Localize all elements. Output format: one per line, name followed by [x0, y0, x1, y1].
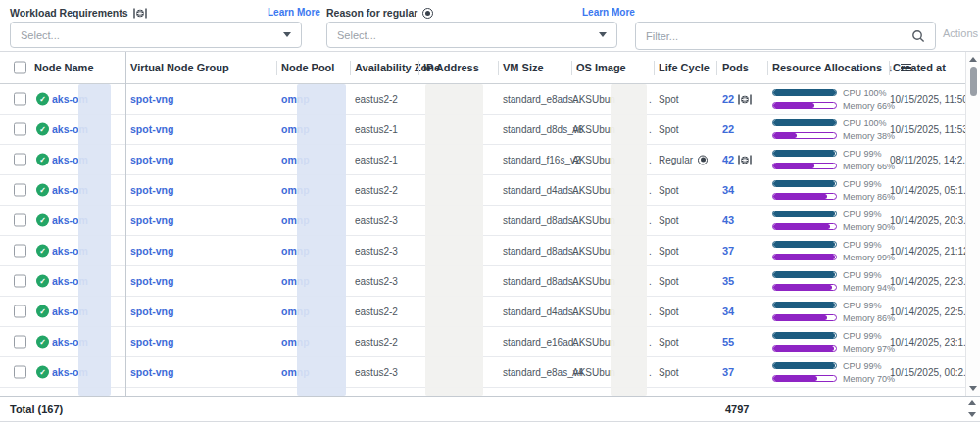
- vertical-scrollbar[interactable]: [965, 52, 980, 396]
- memory-allocation: Memory 99%: [772, 253, 895, 261]
- row-checkbox[interactable]: [14, 154, 26, 166]
- col-ip-address[interactable]: IP Address: [423, 62, 479, 73]
- cpu-bar: [772, 302, 837, 308]
- life-cycle-text: Spot: [659, 276, 679, 287]
- pinned-column-divider: [125, 52, 126, 422]
- virtual-node-group-link[interactable]: spot-vng: [130, 214, 173, 226]
- created-at-value: 10/15/2025, 11:53...: [890, 124, 976, 135]
- availability-zone-value: eastus2-1: [355, 124, 398, 135]
- table-row: aks-om spot-vng omnp eastus2-1 standard_…: [0, 115, 980, 145]
- vm-size-value: standard_d8ads...: [503, 276, 581, 287]
- cpu-allocation: CPU 99%: [772, 361, 895, 370]
- search-icon[interactable]: [911, 29, 925, 43]
- memory-allocation: Memory 66%: [772, 162, 895, 170]
- select-all-checkbox[interactable]: [14, 62, 26, 74]
- memory-allocation: Memory 86%: [772, 313, 895, 322]
- cpu-label: CPU 99%: [843, 301, 882, 310]
- row-checkbox[interactable]: [14, 245, 26, 258]
- scrollbar-thumb[interactable]: [970, 67, 977, 96]
- resource-allocations-cell: CPU 99% Memory 99%: [772, 240, 895, 261]
- cpu-label: CPU 100%: [843, 118, 887, 128]
- cpu-allocation: CPU 99%: [772, 149, 895, 158]
- col-node-name[interactable]: Node Name: [34, 62, 94, 73]
- virtual-node-group-link[interactable]: spot-vng: [130, 123, 173, 135]
- actions-button[interactable]: Actions: [943, 27, 978, 39]
- pods-count-link[interactable]: 42: [722, 154, 734, 165]
- memory-label: Memory 86%: [843, 313, 895, 323]
- os-image-truncation: .: [649, 246, 652, 257]
- total-count: Total (167): [10, 403, 63, 415]
- scroll-up-icon[interactable]: [968, 400, 976, 405]
- row-checkbox[interactable]: [14, 275, 26, 288]
- cpu-allocation: CPU 99%: [772, 301, 895, 309]
- node-healthy-icon: [36, 245, 49, 258]
- row-checkbox[interactable]: [14, 93, 26, 106]
- pods-count-link[interactable]: 22: [722, 123, 734, 135]
- toolbar: Workload Requirements Learn More Select.…: [0, 0, 980, 51]
- memory-label: Memory 70%: [843, 374, 895, 384]
- created-at-value: 10/15/2025, 00:2...: [890, 367, 976, 378]
- resource-allocations-cell: CPU 99% Memory 97%: [772, 331, 895, 352]
- vm-size-value: standard_e8ads...: [503, 94, 581, 105]
- vm-size-value: standard_e16ad...: [503, 337, 582, 348]
- availability-zone-value: eastus2-2: [355, 94, 398, 105]
- col-os-image[interactable]: OS Image: [576, 62, 626, 73]
- pods-count-link[interactable]: 37: [722, 366, 734, 378]
- workload-requirements-select[interactable]: Select...: [10, 22, 302, 48]
- scroll-down-icon[interactable]: [968, 412, 976, 417]
- col-vm-size[interactable]: VM Size: [503, 62, 544, 73]
- workload-requirements-text: Workload Requirements: [10, 7, 128, 19]
- col-resource-allocations[interactable]: Resource Allocations ↓: [772, 62, 911, 73]
- memory-allocation: Memory 70%: [772, 374, 895, 383]
- reason-for-regular-select[interactable]: Select...: [326, 22, 617, 48]
- pods-count-link[interactable]: 34: [722, 305, 734, 317]
- row-checkbox[interactable]: [14, 305, 26, 318]
- virtual-node-group-link[interactable]: spot-vng: [130, 93, 173, 105]
- memory-bar: [772, 375, 837, 382]
- cpu-allocation: CPU 99%: [772, 179, 895, 188]
- os-image-truncation: .: [649, 94, 652, 105]
- chevron-down-icon: [283, 32, 291, 37]
- memory-bar: [772, 314, 837, 321]
- pods-count-link[interactable]: 43: [722, 214, 734, 226]
- pods-total: 4797: [725, 403, 749, 415]
- memory-allocation: Memory 38%: [772, 131, 895, 140]
- col-life-cycle[interactable]: Life Cycle: [659, 62, 710, 73]
- node-healthy-icon: [36, 184, 49, 197]
- row-checkbox[interactable]: [14, 123, 26, 136]
- reason-for-regular-learn-more-link[interactable]: Learn More: [582, 7, 635, 18]
- memory-bar: [772, 223, 837, 230]
- virtual-node-group-link[interactable]: spot-vng: [130, 245, 173, 257]
- vm-size-value: standard_f16s_v2: [503, 155, 581, 165]
- filter-input[interactable]: [646, 30, 911, 42]
- virtual-node-group-link[interactable]: spot-vng: [130, 154, 173, 165]
- redaction-overlay: [78, 84, 111, 396]
- col-virtual-node-group[interactable]: Virtual Node Group: [130, 62, 229, 73]
- row-checkbox[interactable]: [14, 214, 26, 227]
- virtual-node-group-link[interactable]: spot-vng: [130, 275, 173, 287]
- pods-count-link[interactable]: 55: [722, 336, 734, 348]
- col-created-at[interactable]: Created at: [893, 62, 946, 73]
- pods-count-link[interactable]: 22: [722, 93, 734, 105]
- scroll-down-icon[interactable]: [969, 386, 977, 391]
- os-image-value: AKSUbun: [572, 306, 615, 317]
- created-at-value: 10/14/2025, 22:5...: [890, 306, 976, 317]
- scroll-up-icon[interactable]: [969, 57, 977, 62]
- col-node-pool[interactable]: Node Pool: [281, 62, 334, 73]
- resource-allocations-cell: CPU 100% Memory 38%: [772, 118, 895, 140]
- virtual-node-group-link[interactable]: spot-vng: [130, 305, 173, 317]
- row-checkbox[interactable]: [14, 366, 26, 379]
- row-checkbox[interactable]: [14, 184, 26, 197]
- virtual-node-group-link[interactable]: spot-vng: [130, 366, 173, 378]
- pods-count-link[interactable]: 35: [722, 275, 734, 287]
- col-pods[interactable]: Pods: [722, 62, 749, 73]
- resource-allocations-cell: CPU 99% Memory 70%: [772, 361, 895, 383]
- virtual-node-group-link[interactable]: spot-vng: [130, 336, 173, 348]
- life-cycle-value: Spot: [659, 185, 679, 196]
- row-checkbox[interactable]: [14, 336, 26, 349]
- pods-count-link[interactable]: 34: [722, 184, 734, 196]
- availability-zone-value: eastus2-2: [355, 337, 398, 348]
- workload-requirements-learn-more-link[interactable]: Learn More: [268, 7, 320, 18]
- pods-count-link[interactable]: 37: [722, 245, 734, 257]
- virtual-node-group-link[interactable]: spot-vng: [130, 184, 173, 196]
